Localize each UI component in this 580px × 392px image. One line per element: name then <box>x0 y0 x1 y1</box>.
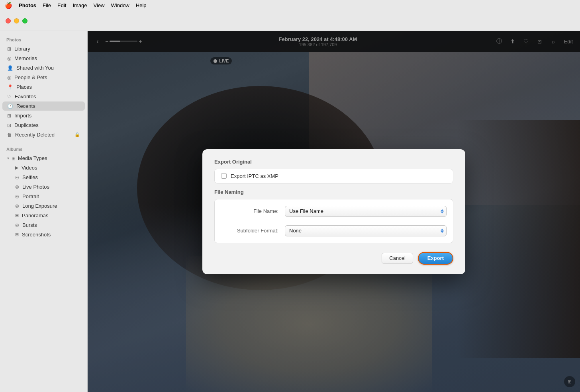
sidebar-item-places[interactable]: 📍 Places <box>2 82 85 92</box>
menu-window[interactable]: Window <box>111 2 129 8</box>
screenshots-icon: ⊞ <box>15 232 19 237</box>
imports-icon: ⊞ <box>7 113 11 119</box>
people-icon: ◎ <box>7 75 11 80</box>
sidebar-item-live-photos[interactable]: ◎ Live Photos <box>2 182 85 191</box>
sidebar-item-selfies[interactable]: ◎ Selfies <box>2 173 85 182</box>
chevron-down-icon: ▾ <box>7 156 9 160</box>
sidebar-item-videos[interactable]: ▶ Videos <box>2 163 85 172</box>
sidebar-item-imports[interactable]: ⊞ Imports <box>2 111 85 120</box>
sidebar-item-bursts[interactable]: ◎ Bursts <box>2 220 85 230</box>
sidebar-section-albums: Albums <box>0 144 87 153</box>
sidebar-item-recents[interactable]: 🕐 Recents <box>2 101 85 111</box>
sidebar-item-duplicates[interactable]: ⊡ Duplicates <box>2 121 85 130</box>
places-icon: 📍 <box>7 84 13 90</box>
duplicates-icon: ⊡ <box>7 123 11 128</box>
sidebar-item-portrait[interactable]: ◎ Portrait <box>2 192 85 201</box>
file-naming-title: File Naming <box>214 189 453 195</box>
bursts-icon: ◎ <box>15 222 19 228</box>
menu-view[interactable]: View <box>94 2 105 8</box>
sidebar-item-library[interactable]: ⊞ Library <box>2 44 85 53</box>
close-button[interactable] <box>6 18 11 23</box>
sidebar-item-panoramas[interactable]: ⊞ Panoramas <box>2 211 85 220</box>
export-modal: Export Original Export IPTC as XMP File … <box>202 149 465 274</box>
export-button[interactable]: Export <box>418 252 453 265</box>
sidebar-item-media-types[interactable]: ▾ ⊞ Media Types <box>2 154 85 163</box>
export-iptc-label: Export IPTC as XMP <box>231 173 278 179</box>
sidebar-item-shared-with-you[interactable]: 👤 Shared with You <box>2 63 85 72</box>
shared-icon: 👤 <box>7 65 13 71</box>
file-name-select-wrapper[interactable]: Use File Name <box>285 206 447 217</box>
file-name-select[interactable]: Use File Name <box>285 206 447 217</box>
menu-file[interactable]: File <box>43 2 51 8</box>
sidebar-item-long-exposure[interactable]: ◎ Long Exposure <box>2 201 85 211</box>
minimize-button[interactable] <box>14 18 19 23</box>
recents-icon: 🕐 <box>7 103 13 109</box>
selfies-icon: ◎ <box>15 175 19 180</box>
recently-deleted-icon: 🗑 <box>7 132 12 138</box>
memories-icon: ◎ <box>7 56 11 61</box>
modal-overlay: Export Original Export IPTC as XMP File … <box>88 31 580 392</box>
cancel-button[interactable]: Cancel <box>382 253 413 264</box>
export-iptc-row: Export IPTC as XMP <box>214 169 453 183</box>
videos-icon: ▶ <box>15 165 18 170</box>
apple-menu[interactable]: 🍎 <box>5 2 12 9</box>
sidebar-section-photos: Photos <box>0 34 87 44</box>
photo-viewer: ‹ − + February 22, 2024 at 4:48:00 AM 19… <box>88 31 580 392</box>
file-name-label: File Name: <box>221 208 285 214</box>
live-photos-icon: ◎ <box>15 184 19 189</box>
modal-buttons: Cancel Export <box>214 252 453 265</box>
form-container: File Name: Use File Name <box>214 199 453 243</box>
subfolder-select[interactable]: None <box>285 225 447 236</box>
media-types-icon: ⊞ <box>12 156 16 161</box>
sidebar-item-people-pets[interactable]: ◎ People & Pets <box>2 73 85 82</box>
app-name: Photos <box>19 2 36 8</box>
sidebar-item-recently-deleted[interactable]: 🗑 Recently Deleted 🔒 <box>2 130 85 139</box>
sidebar-item-screenshots[interactable]: ⊞ Screenshots <box>2 230 85 239</box>
menu-edit[interactable]: Edit <box>57 2 66 8</box>
portrait-icon: ◎ <box>15 194 19 199</box>
favorites-icon: ♡ <box>7 94 12 99</box>
panoramas-icon: ⊞ <box>15 213 19 218</box>
maximize-button[interactable] <box>22 18 27 23</box>
lock-icon: 🔒 <box>74 132 80 137</box>
export-iptc-checkbox[interactable] <box>221 173 227 179</box>
select-arrows-icon <box>441 209 444 213</box>
sidebar-item-favorites[interactable]: ♡ Favorites <box>2 92 85 101</box>
subfolder-format-label: Subfolder Format: <box>221 228 285 234</box>
menu-image[interactable]: Image <box>72 2 87 8</box>
subfolder-format-row: Subfolder Format: None <box>221 221 447 240</box>
library-icon: ⊞ <box>7 46 11 52</box>
modal-title: Export Original <box>214 159 453 165</box>
long-exposure-icon: ◎ <box>15 203 19 209</box>
file-name-row: File Name: Use File Name <box>221 202 447 221</box>
subfolder-arrows-icon <box>441 228 444 233</box>
subfolder-select-wrapper[interactable]: None <box>285 225 447 236</box>
sidebar: Photos ⊞ Library ◎ Memories 👤 Shared wit… <box>0 31 88 392</box>
menu-help[interactable]: Help <box>136 2 147 8</box>
sidebar-item-memories[interactable]: ◎ Memories <box>2 54 85 63</box>
